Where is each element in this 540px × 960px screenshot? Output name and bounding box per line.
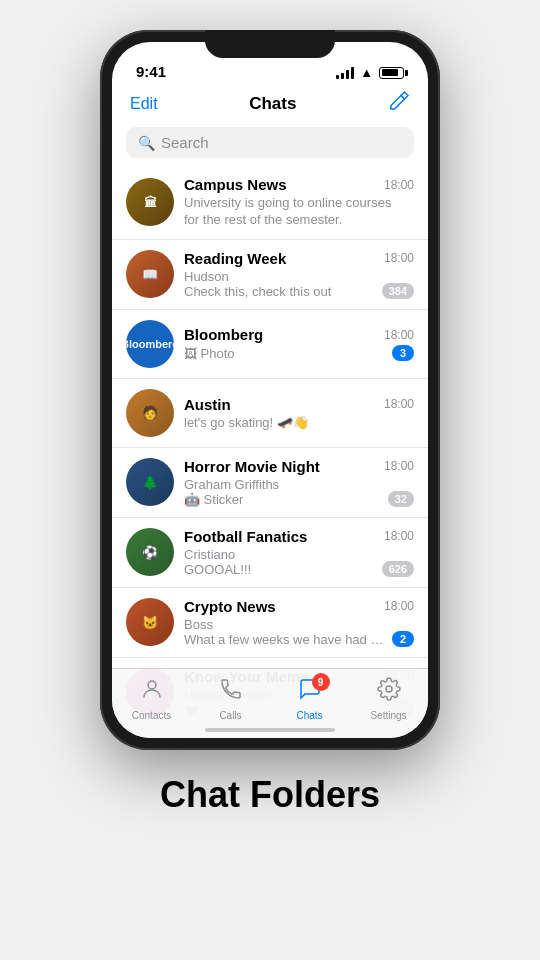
chat-sender: Graham Griffiths: [184, 477, 279, 492]
chat-time: 18:00: [384, 251, 414, 265]
unread-badge: 3: [392, 345, 414, 361]
chat-name: Austin: [184, 396, 231, 413]
status-time: 9:41: [136, 63, 166, 80]
wifi-icon: ▲: [360, 65, 373, 80]
phone-shell: 9:41 ▲ Edit Chats: [100, 30, 440, 750]
chat-time: 18:00: [384, 178, 414, 192]
unread-badge: 32: [388, 491, 414, 507]
signal-bars-icon: [336, 67, 354, 79]
chat-content: Reading Week 18:00 Hudson Check this, ch…: [184, 250, 414, 299]
screen: 9:41 ▲ Edit Chats: [112, 42, 428, 738]
tab-settings[interactable]: Settings: [349, 677, 428, 721]
avatar: ⚽: [126, 528, 174, 576]
list-item[interactable]: 🏛 Campus News 18:00 University is going …: [112, 166, 428, 240]
status-icons: ▲: [336, 65, 404, 80]
settings-label: Settings: [370, 710, 406, 721]
list-item[interactable]: 🧑 Austin 18:00 let's go skating! 🛹👋: [112, 379, 428, 448]
chat-time: 18:00: [384, 529, 414, 543]
svg-point-0: [148, 681, 156, 689]
search-placeholder: Search: [161, 134, 209, 151]
search-bar[interactable]: 🔍 Search: [126, 127, 414, 158]
chat-preview: Check this, check this out: [184, 284, 331, 299]
chat-name: Reading Week: [184, 250, 286, 267]
chat-content: Horror Movie Night 18:00 Graham Griffith…: [184, 458, 414, 507]
tab-chats[interactable]: 9 Chats: [270, 677, 349, 721]
edit-button[interactable]: Edit: [130, 95, 158, 113]
contacts-label: Contacts: [132, 710, 171, 721]
svg-point-1: [386, 686, 392, 692]
unread-badge: 2: [392, 631, 414, 647]
chat-preview: let's go skating! 🛹👋: [184, 415, 384, 430]
chats-label: Chats: [296, 710, 322, 721]
chat-preview: 🖼 Photo: [184, 346, 235, 361]
chat-content: Campus News 18:00 University is going to…: [184, 176, 414, 229]
header: Edit Chats: [112, 86, 428, 127]
chat-sender: Cristiano: [184, 547, 251, 562]
chat-list: 🏛 Campus News 18:00 University is going …: [112, 166, 428, 728]
settings-icon: [377, 677, 401, 707]
avatar: 🧑: [126, 389, 174, 437]
unread-badge: 384: [382, 283, 414, 299]
list-item[interactable]: Bloomberg Bloomberg 18:00 🖼 Photo 3: [112, 310, 428, 379]
chat-name: Bloomberg: [184, 326, 263, 343]
chat-time: 18:00: [384, 459, 414, 473]
chat-name: Horror Movie Night: [184, 458, 320, 475]
tab-contacts[interactable]: Contacts: [112, 677, 191, 721]
unread-badge: 626: [382, 561, 414, 577]
chat-content: Football Fanatics 18:00 Cristiano GOOOAL…: [184, 528, 414, 577]
chat-name: Crypto News: [184, 598, 276, 615]
chat-time: 18:00: [384, 397, 414, 411]
chat-time: 18:00: [384, 599, 414, 613]
chat-sender: Hudson: [184, 269, 331, 284]
avatar: 🌲: [126, 458, 174, 506]
list-item[interactable]: 📖 Reading Week 18:00 Hudson Check this, …: [112, 240, 428, 310]
notch: [205, 30, 335, 58]
chat-time: 18:00: [384, 328, 414, 342]
list-item[interactable]: 🌲 Horror Movie Night 18:00 Graham Griffi…: [112, 448, 428, 518]
chat-content: Austin 18:00 let's go skating! 🛹👋: [184, 396, 414, 430]
chats-badge: 9: [312, 673, 330, 691]
chat-preview: GOOOAL!!!: [184, 562, 251, 577]
chat-name: Football Fanatics: [184, 528, 307, 545]
chat-content: Bloomberg 18:00 🖼 Photo 3: [184, 326, 414, 361]
list-item[interactable]: 🐱 Crypto News 18:00 Boss What a few week…: [112, 588, 428, 658]
chats-icon: 9: [298, 677, 322, 707]
chats-title: Chats: [249, 94, 296, 114]
chat-name: Campus News: [184, 176, 287, 193]
home-indicator: [205, 728, 335, 732]
chat-preview: What a few weeks we have had 📈: [184, 632, 384, 647]
contacts-icon: [140, 677, 164, 707]
search-icon: 🔍: [138, 135, 155, 151]
calls-icon: [219, 677, 243, 707]
calls-label: Calls: [219, 710, 241, 721]
avatar: Bloomberg: [126, 320, 174, 368]
avatar: 🏛: [126, 178, 174, 226]
battery-icon: [379, 67, 404, 79]
chat-content: Crypto News 18:00 Boss What a few weeks …: [184, 598, 414, 647]
chat-preview: 🤖 Sticker: [184, 492, 279, 507]
chat-sender: Boss: [184, 617, 384, 632]
list-item[interactable]: ⚽ Football Fanatics 18:00 Cristiano GOOO…: [112, 518, 428, 588]
chat-preview: University is going to online coursesfor…: [184, 195, 414, 229]
page-title: Chat Folders: [160, 774, 380, 816]
compose-button[interactable]: [388, 90, 410, 117]
tab-calls[interactable]: Calls: [191, 677, 270, 721]
avatar: 🐱: [126, 598, 174, 646]
avatar: 📖: [126, 250, 174, 298]
